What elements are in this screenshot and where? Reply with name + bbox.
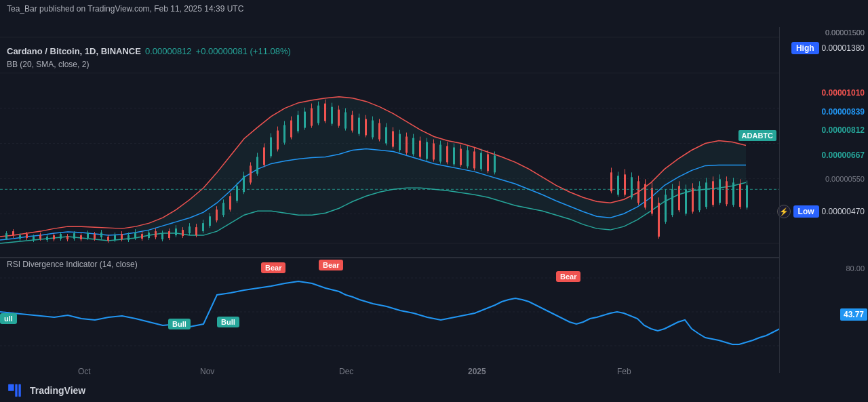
adabtc-badge: ADABTC (738, 130, 776, 141)
chart-header: Tea_Bar published on TradingView.com, Fe… (7, 4, 243, 14)
low-badge: Low (793, 205, 819, 218)
tradingview-logo: TradingView (7, 383, 85, 398)
high-badge: High (791, 42, 819, 54)
rsi-value-label: 43.77 (840, 308, 867, 321)
high-value: 0.00001380 (822, 43, 865, 53)
x-label-2025: 2025 (468, 367, 486, 376)
chart-divider (0, 258, 780, 258)
publisher-text: Tea_Bar published on TradingView.com, Fe… (7, 4, 243, 14)
svg-rect-202 (15, 384, 17, 397)
price-550: 0.00000550 (825, 175, 865, 183)
low-label-container: ⚡ Low 0.00000470 (777, 205, 865, 218)
high-label-container: High 0.00001380 (791, 42, 865, 54)
x-label-dec: Dec (339, 367, 353, 376)
x-label-feb: Feb (617, 367, 631, 376)
main-chart-area (0, 27, 780, 258)
svg-rect-203 (18, 384, 20, 397)
low-value: 0.00000470 (822, 207, 865, 216)
bull-label-2: Bull (168, 319, 191, 329)
bull-label-3: Bull (217, 317, 239, 327)
bear-label-1: Bear (261, 262, 285, 273)
bear-label-3: Bear (556, 271, 580, 282)
current-price: 0.00000812 (822, 125, 865, 135)
bull-label-1: ull (0, 313, 17, 324)
bb-upper-price: 0.00001010 (822, 88, 865, 98)
x-label-oct: Oct (78, 367, 91, 376)
rsi-chart-area (0, 258, 780, 369)
top-price-label: 0.00001500 (825, 28, 865, 37)
tradingview-text: TradingView (30, 385, 85, 396)
bear-label-2: Bear (319, 260, 343, 270)
bb-mid-price: 0.00000839 (822, 107, 865, 117)
x-label-nov: Nov (200, 367, 214, 376)
rsi-80-label: 80.00 (846, 264, 865, 273)
chart-container: Tea_Bar published on TradingView.com, Fe… (0, 0, 868, 402)
svg-rect-201 (8, 384, 14, 391)
tv-logo-icon (7, 383, 26, 398)
svg-marker-7 (136, 97, 746, 238)
bb-lower-price: 0.00000667 (822, 150, 865, 160)
right-divider (779, 27, 780, 373)
